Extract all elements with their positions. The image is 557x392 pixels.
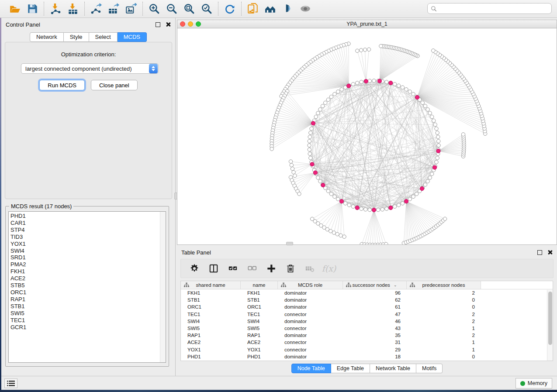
satellite-node[interactable]: [290, 163, 293, 167]
ring-node[interactable]: [343, 202, 347, 205]
ring-node[interactable]: [324, 101, 327, 104]
network-canvas[interactable]: [177, 28, 557, 244]
clone-network-button[interactable]: [244, 2, 262, 16]
ring-node[interactable]: [310, 127, 313, 130]
zoom-selected-button[interactable]: [198, 2, 215, 16]
export-table-button[interactable]: [105, 2, 122, 16]
mcds-node[interactable]: [364, 79, 368, 83]
mcds-result-list[interactable]: PHD1CAR1STP4TID3YOX1SWI4SRD1PMA2FKH1ACE2…: [8, 211, 166, 363]
ring-node[interactable]: [393, 83, 396, 86]
ring-node[interactable]: [360, 80, 363, 84]
import-table-button[interactable]: [64, 2, 82, 16]
table-row[interactable]: YOX1YOX1connector291: [181, 346, 553, 353]
ring-node[interactable]: [326, 189, 330, 193]
ring-node[interactable]: [360, 207, 363, 210]
table-row[interactable]: TEC1TEC1connector472: [181, 311, 553, 318]
zoom-out-button[interactable]: [163, 2, 180, 16]
column-header-successor-nodes[interactable]: successor nodes⌄: [343, 281, 407, 289]
mcds-result-item[interactable]: TID3: [10, 234, 166, 241]
ring-node[interactable]: [308, 152, 311, 155]
ring-node[interactable]: [393, 205, 396, 208]
mcds-node[interactable]: [313, 171, 317, 175]
ring-node[interactable]: [372, 79, 376, 83]
ring-node[interactable]: [381, 208, 384, 211]
satellite-node[interactable]: [356, 49, 359, 52]
search-box[interactable]: [427, 3, 552, 14]
table-scrollbar-thumb[interactable]: [548, 292, 552, 345]
satellite-node[interactable]: [332, 231, 336, 234]
mcds-node[interactable]: [432, 165, 436, 169]
column-header-predecessor-nodes[interactable]: predecessor nodes: [407, 281, 481, 289]
ring-node[interactable]: [412, 92, 415, 96]
satellite-node[interactable]: [359, 48, 363, 52]
ring-node[interactable]: [336, 90, 340, 93]
select-all-button[interactable]: [225, 261, 240, 276]
tab-motifs[interactable]: Motifs: [416, 364, 443, 373]
satellite-node[interactable]: [443, 217, 446, 220]
close-panel-button[interactable]: Close panel: [91, 80, 138, 90]
table-row[interactable]: ACE2ACE2connector311: [181, 339, 553, 346]
ring-node[interactable]: [428, 111, 432, 115]
mcds-result-item[interactable]: ACE2: [10, 275, 166, 282]
mcds-result-item[interactable]: STB1: [10, 303, 166, 310]
table-scrollbar[interactable]: [547, 290, 553, 361]
splitter-grip-horizontal[interactable]: [286, 242, 293, 245]
tab-select[interactable]: Select: [89, 32, 118, 42]
ring-node[interactable]: [433, 123, 437, 126]
ring-node[interactable]: [397, 203, 400, 207]
mcds-node[interactable]: [389, 81, 393, 85]
ring-node[interactable]: [436, 131, 439, 134]
add-row-button[interactable]: [264, 261, 279, 276]
tab-mcds[interactable]: MCDS: [118, 32, 147, 42]
ring-node[interactable]: [309, 131, 312, 134]
ring-node[interactable]: [401, 86, 404, 89]
ring-node[interactable]: [308, 144, 311, 147]
ring-node[interactable]: [308, 139, 311, 143]
table-row[interactable]: SWI4SWI4dominator462: [181, 318, 553, 325]
satellite-node[interactable]: [343, 235, 346, 238]
ring-node[interactable]: [436, 156, 439, 160]
tab-style[interactable]: Style: [64, 32, 89, 42]
ring-node[interactable]: [368, 79, 371, 83]
ring-node[interactable]: [423, 104, 427, 108]
satellite-node[interactable]: [289, 160, 292, 163]
table-row[interactable]: STB1STB1dominator620: [181, 296, 553, 303]
mcds-result-item[interactable]: ORC1: [10, 289, 166, 296]
satellite-node[interactable]: [367, 48, 370, 51]
mcds-result-item[interactable]: RAP1: [10, 296, 166, 303]
ring-node[interactable]: [376, 208, 380, 211]
satellite-node[interactable]: [298, 192, 301, 196]
mcds-result-item[interactable]: STB5: [10, 282, 166, 289]
mcds-node[interactable]: [347, 84, 351, 88]
satellite-node[interactable]: [270, 147, 273, 151]
ring-node[interactable]: [430, 115, 434, 118]
mcds-node[interactable]: [436, 149, 440, 153]
delete-row-button[interactable]: [283, 261, 298, 276]
column-header-MCDS-role[interactable]: MCDS role: [278, 281, 343, 289]
ring-node[interactable]: [333, 195, 336, 198]
export-network-button[interactable]: [87, 2, 105, 16]
tab-network-table[interactable]: Network Table: [370, 364, 416, 373]
network-window-titlebar[interactable]: YPA_prune.txt_1: [177, 20, 557, 28]
table-row[interactable]: PHD1PHD1dominator180: [181, 353, 553, 360]
column-header-shared-name[interactable]: shared name: [181, 281, 241, 289]
ring-node[interactable]: [336, 197, 340, 201]
run-mcds-button[interactable]: Run MCDS: [39, 80, 85, 90]
tab-node-table[interactable]: Node Table: [291, 364, 331, 373]
mcds-node[interactable]: [339, 199, 343, 203]
table-row[interactable]: ORC1ORC1dominator610: [181, 303, 553, 310]
close-panel-icon[interactable]: [166, 22, 171, 27]
mcds-node[interactable]: [415, 95, 419, 99]
mcds-node[interactable]: [311, 121, 315, 125]
ring-node[interactable]: [436, 135, 440, 138]
mcds-result-item[interactable]: PMA2: [10, 261, 166, 268]
satellite-node[interactable]: [384, 242, 388, 244]
ring-node[interactable]: [408, 90, 412, 93]
ring-node[interactable]: [318, 179, 322, 183]
mcds-result-item[interactable]: TEC1: [10, 317, 166, 324]
ring-node[interactable]: [415, 192, 418, 196]
ring-node[interactable]: [314, 115, 318, 118]
search-input[interactable]: [439, 6, 548, 12]
ring-node[interactable]: [428, 176, 432, 179]
mcds-node[interactable]: [404, 199, 408, 203]
